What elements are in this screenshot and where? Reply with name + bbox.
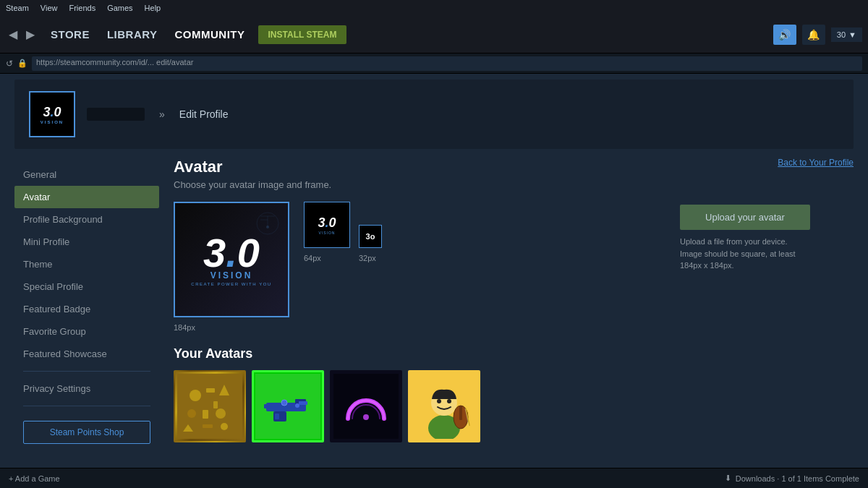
avatar-1-icon (177, 374, 242, 439)
svg-point-31 (447, 399, 451, 403)
profile-username-blurred (87, 108, 145, 121)
community-nav-link[interactable]: COMMUNITY (168, 25, 252, 43)
avatar-64-preview: 3 . 0 VISION (304, 202, 350, 248)
svg-point-22 (295, 403, 299, 408)
sidebar-item-avatar[interactable]: Avatar (14, 186, 159, 208)
menu-help[interactable]: Help (145, 4, 161, 12)
library-nav-link[interactable]: LIBRARY (100, 25, 165, 43)
add-icon: + Add a Game (9, 474, 60, 483)
av-number: 3 (203, 233, 226, 273)
user-info[interactable]: 30 ▼ (831, 27, 862, 42)
main-content: General Avatar Profile Background Mini P… (14, 158, 854, 478)
av-sm-zero: 0 (329, 215, 336, 231)
refresh-icon[interactable]: ↺ (6, 59, 13, 69)
download-icon: ⬇ (725, 474, 731, 483)
av-sm-vision: VISION (319, 231, 336, 235)
profile-header: 3 . 0 VISION » Edit Profile (14, 80, 854, 149)
svg-point-11 (216, 408, 226, 419)
avatar-64px-label: 64px (304, 254, 321, 262)
av-zero: 0 (237, 233, 260, 273)
avatar-section-desc: Choose your avatar image and frame. (174, 179, 839, 190)
profile-avatar: 3 . 0 VISION (29, 91, 75, 137)
avatar-thumb-1[interactable] (174, 370, 246, 442)
svg-rect-10 (203, 410, 208, 419)
svg-point-14 (221, 423, 228, 430)
svg-point-30 (437, 399, 441, 403)
svg-rect-21 (299, 401, 307, 405)
avatar-preview-row: 3 . 0 vision CREATE POWER WITH YOU 184px (174, 202, 839, 332)
svg-rect-25 (333, 374, 399, 439)
sidebar-item-privacy-settings[interactable]: Privacy Settings (14, 377, 159, 400)
menu-steam[interactable]: Steam (6, 4, 29, 12)
content-area: Back to Your Profile Avatar Choose your … (159, 158, 854, 478)
nav-bar: ◀ ▶ STORE LIBRARY COMMUNITY INSTALL STEA… (0, 16, 868, 53)
add-game-button[interactable]: + Add a Game (9, 474, 60, 483)
menu-bar: Steam View Friends Games Help (0, 0, 868, 16)
av-tagline-text: CREATE POWER WITH YOU (191, 282, 271, 286)
back-to-profile-link[interactable]: Back to Your Profile (778, 158, 854, 168)
svg-rect-20 (264, 404, 270, 408)
av-vision-text: vision (210, 270, 253, 281)
sidebar-item-favorite-group[interactable]: Favorite Group (14, 320, 159, 343)
avatar-64-item: 3 . 0 VISION 64px (304, 202, 350, 262)
edit-profile-label: Edit Profile (179, 108, 229, 120)
sidebar-item-mini-profile[interactable]: Mini Profile (14, 231, 159, 253)
sidebar-item-special-profile[interactable]: Special Profile (14, 275, 159, 298)
svg-rect-33 (459, 406, 462, 420)
notification-button[interactable]: 🔔 (802, 25, 825, 45)
avatar-thumb-3[interactable] (330, 370, 402, 442)
svg-rect-7 (206, 388, 215, 393)
av-xs-text: 3o (366, 232, 375, 241)
avatar-large-preview: 3 . 0 vision CREATE POWER WITH YOU (174, 202, 289, 317)
avatar-thumb-2[interactable] (252, 370, 324, 442)
avatar-184px-label: 184px (174, 323, 195, 332)
circuit-icon (253, 209, 282, 238)
volume-button[interactable]: 🔊 (773, 25, 796, 45)
steam-points-shop-button[interactable]: Steam Points Shop (23, 421, 150, 444)
sidebar-item-profile-background[interactable]: Profile Background (14, 208, 159, 231)
avatar-section-title: Avatar (174, 158, 839, 176)
avatar-32-item: 3o 32px (359, 225, 382, 262)
svg-point-4 (266, 226, 269, 228)
menu-games[interactable]: Games (107, 4, 132, 12)
lock-icon: 🔒 (17, 59, 27, 68)
menu-view[interactable]: View (41, 4, 58, 12)
address-bar: ↺ 🔒 https://steamcommunity.com/id/... ed… (0, 53, 868, 74)
av-dot: . (226, 233, 237, 273)
upload-section: Upload your avatar Upload a file from yo… (680, 202, 810, 272)
nav-arrows: ◀ ▶ (6, 25, 38, 44)
upload-desc: Upload a file from your device. Image sh… (680, 236, 810, 272)
nav-right: 🔊 🔔 30 ▼ (773, 25, 862, 45)
sidebar-item-featured-showcase[interactable]: Featured Showcase (14, 343, 159, 365)
svg-point-26 (363, 414, 369, 420)
sidebar-item-general[interactable]: General (14, 163, 159, 186)
svg-rect-15 (213, 401, 218, 408)
svg-point-9 (187, 409, 196, 418)
svg-rect-23 (275, 414, 279, 419)
profile-separator: » (159, 108, 165, 120)
store-nav-link[interactable]: STORE (43, 25, 97, 43)
user-level: 30 (837, 30, 846, 39)
back-button[interactable]: ◀ (6, 25, 20, 44)
nav-links: STORE LIBRARY COMMUNITY INSTALL STEAM (43, 25, 773, 44)
bottom-bar: + Add a Game ⬇ Downloads · 1 of 1 Items … (0, 468, 868, 488)
address-input[interactable]: https://steamcommunity.com/id/... edit/a… (32, 56, 862, 71)
svg-point-6 (190, 390, 201, 401)
sidebar-item-theme[interactable]: Theme (14, 253, 159, 275)
sidebar-item-featured-badge[interactable]: Featured Badge (14, 298, 159, 320)
menu-friends[interactable]: Friends (69, 4, 95, 12)
install-steam-button[interactable]: INSTALL STEAM (258, 25, 347, 44)
notification-icon: 🔔 (807, 29, 820, 40)
avatar-sizes-row: 3 . 0 VISION 64px 3o (304, 202, 382, 262)
sidebar-divider (23, 371, 150, 372)
your-avatars-title: Your Avatars (174, 346, 839, 361)
avatar-preview-main: 3 . 0 vision CREATE POWER WITH YOU 184px (174, 202, 289, 332)
avatar-3-icon (333, 374, 399, 439)
dropdown-icon: ▼ (848, 30, 856, 39)
avatar-image: 3 . 0 VISION (30, 93, 74, 136)
upload-avatar-button[interactable]: Upload your avatar (680, 205, 810, 230)
svg-rect-13 (203, 424, 213, 428)
avatar-thumb-4[interactable] (408, 370, 480, 442)
avatar-32px-label: 32px (359, 254, 376, 262)
forward-button[interactable]: ▶ (23, 25, 38, 44)
